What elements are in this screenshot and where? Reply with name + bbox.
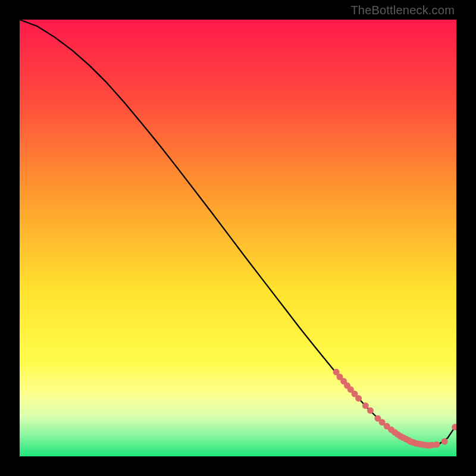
data-markers — [333, 369, 456, 449]
chart-stage: TheBottleneck.com — [0, 0, 476, 476]
data-marker — [367, 407, 374, 414]
data-marker — [452, 424, 456, 430]
data-marker — [441, 439, 448, 445]
data-marker — [362, 402, 369, 409]
data-marker — [355, 395, 362, 402]
watermark-text: TheBottleneck.com — [350, 4, 455, 17]
plot-area — [20, 20, 456, 456]
data-marker — [433, 441, 440, 448]
bottleneck-curve — [20, 20, 456, 446]
curve-layer — [20, 20, 456, 456]
curve-svg — [20, 20, 456, 456]
